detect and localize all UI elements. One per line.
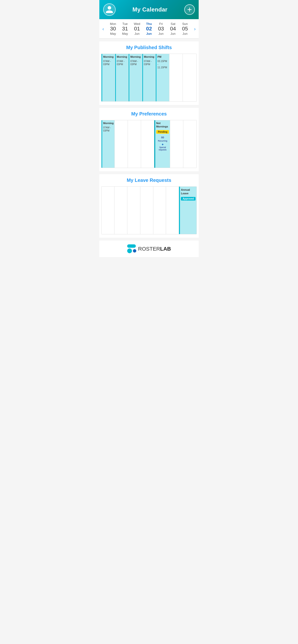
- shift-type: Morning: [130, 55, 141, 58]
- preferences-section: My Preferences Morning07AM - 03PMNot Mor…: [99, 108, 199, 171]
- logo-pill: [127, 244, 136, 248]
- shift-type: Morning: [117, 55, 128, 58]
- day-item-sun[interactable]: Sun 05 Jun: [180, 21, 191, 36]
- approved-badge: Approved: [181, 197, 196, 200]
- day-item-fri[interactable]: Fri 03 Jun: [156, 21, 167, 36]
- day-number: 04: [170, 26, 176, 32]
- day-number: 02: [146, 26, 152, 32]
- next-week-button[interactable]: ›: [191, 26, 199, 32]
- shift-cell[interactable]: Morning 07AM - 03PM: [115, 54, 129, 101]
- infinity-icon: ∞: [161, 135, 164, 140]
- day-item-thu[interactable]: Thu 02 Jun: [143, 21, 155, 36]
- days-container: Mon 30 May Tue 31 May Wed 01 Jun Thu 02 …: [107, 21, 191, 36]
- leave-type: Annual Leave: [181, 188, 196, 195]
- pending-badge: Pending: [156, 130, 169, 134]
- published-shifts-grid: Morning 07AM - 03PM Morning 07AM - 03PM …: [101, 54, 197, 102]
- special-requests-indicator: ✦ Special requests: [156, 143, 169, 151]
- leave-cell: [140, 187, 153, 234]
- user-icon: [105, 5, 114, 14]
- shift-type: Morning: [144, 55, 155, 58]
- avatar[interactable]: [103, 3, 116, 16]
- preferences-title: My Preferences: [101, 111, 197, 117]
- day-name: Sat: [171, 22, 175, 26]
- day-month: Jun: [159, 32, 164, 36]
- logo-dot-row: [127, 248, 136, 253]
- day-name: Tue: [122, 22, 128, 26]
- day-number: 05: [182, 26, 188, 32]
- prev-week-button[interactable]: ‹: [99, 26, 107, 32]
- page-title: My Calendar: [132, 6, 168, 13]
- app-header: My Calendar: [99, 0, 199, 19]
- day-number: 01: [134, 26, 140, 32]
- day-name: Thu: [146, 22, 152, 26]
- day-item-sat[interactable]: Sat 04 Jun: [168, 21, 179, 36]
- day-month: Jun: [183, 32, 188, 36]
- leave-requests-title: My Leave Requests: [101, 178, 197, 183]
- leave-cell: [114, 187, 127, 234]
- preference-cell: [141, 120, 154, 168]
- preference-cell: [115, 120, 128, 168]
- logo-text: ROSTERLAB: [138, 246, 171, 252]
- shift-time: 07AM - 03PM: [130, 60, 141, 66]
- pref-type: Morning: [103, 122, 113, 125]
- leave-cell: [127, 187, 140, 234]
- leave-requests-section: My Leave Requests Annual LeaveApproved: [99, 174, 199, 238]
- recurring-indicator: ∞ Recurring: [156, 135, 169, 142]
- shift-time: 07AM - 03PM: [144, 60, 155, 66]
- preference-cell[interactable]: Morning07AM - 03PM: [101, 120, 115, 168]
- day-month: Jun: [146, 32, 152, 36]
- day-name: Wed: [134, 22, 140, 26]
- recurring-label: Recurring: [158, 140, 167, 142]
- day-month: May: [110, 32, 116, 36]
- preference-cell: [183, 120, 197, 168]
- logo-dot-large: [127, 248, 132, 253]
- published-shifts-title: My Published Shifts: [101, 45, 197, 50]
- shift-cell: [169, 54, 183, 101]
- leave-cell: [166, 187, 179, 234]
- day-item-mon[interactable]: Mon 30 May: [107, 21, 118, 36]
- day-number: 31: [122, 26, 128, 32]
- day-number: 30: [110, 26, 116, 32]
- logo-icon: [127, 244, 136, 253]
- leave-cell[interactable]: Annual LeaveApproved: [179, 187, 197, 234]
- shift-cell[interactable]: Morning 07AM - 03PM: [142, 54, 156, 101]
- app-footer: ROSTERLAB: [99, 240, 199, 257]
- leave-requests-grid: Annual LeaveApproved: [101, 186, 197, 234]
- pref-type: Not Mornings: [156, 122, 169, 128]
- shift-cell[interactable]: PM 03.15PM - 11.15PM: [156, 54, 169, 101]
- shift-time: 07AM - 03PM: [117, 60, 128, 66]
- logo-dot-small: [133, 249, 136, 252]
- day-month: May: [122, 32, 128, 36]
- shift-time: 03.15PM - 11.15PM: [158, 60, 168, 69]
- preference-cell[interactable]: Not MorningsPending ∞ Recurring ✦ Specia…: [154, 120, 170, 168]
- leave-cell: [101, 187, 114, 234]
- preference-cell: [170, 120, 183, 168]
- day-name: Mon: [110, 22, 116, 26]
- shift-type: PM: [158, 55, 168, 58]
- shift-cell[interactable]: Morning 07AM - 03PM: [129, 54, 142, 101]
- day-month: Jun: [135, 32, 140, 36]
- sparkle-icon: ✦: [161, 143, 164, 146]
- calendar-nav: ‹ Mon 30 May Tue 31 May Wed 01 Jun Thu 0…: [99, 19, 199, 38]
- shift-cell: [183, 54, 197, 101]
- leave-cell: [153, 187, 166, 234]
- pref-time: 07AM - 03PM: [103, 126, 113, 132]
- published-shifts-section: My Published Shifts Morning 07AM - 03PM …: [99, 42, 199, 105]
- shift-cell[interactable]: Morning 07AM - 03PM: [101, 54, 115, 101]
- shift-type: Morning: [103, 55, 114, 58]
- plus-icon: [186, 6, 193, 13]
- day-item-wed[interactable]: Wed 01 Jun: [131, 21, 142, 36]
- preferences-grid: Morning07AM - 03PMNot MorningsPending ∞ …: [101, 120, 197, 168]
- day-month: Jun: [171, 32, 176, 36]
- rosterlab-logo: ROSTERLAB: [127, 244, 171, 253]
- day-name: Sun: [182, 22, 188, 26]
- preference-cell: [128, 120, 141, 168]
- add-button[interactable]: [184, 4, 195, 15]
- day-name: Fri: [159, 22, 163, 26]
- day-item-tue[interactable]: Tue 31 May: [119, 21, 130, 36]
- shift-time: 07AM - 03PM: [103, 60, 114, 66]
- day-number: 03: [158, 26, 164, 32]
- special-requests-label: Special requests: [156, 146, 169, 151]
